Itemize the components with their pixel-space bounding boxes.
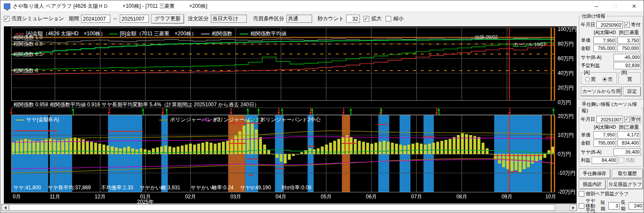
- exit-info-group: 手仕舞い情報 (カーソル情報) 年月日 寄付 [A]太陽HD [B]三菱重 単価…: [579, 101, 643, 167]
- settings-button[interactable]: 設定: [623, 86, 641, 96]
- entry-signal-arrow-icon: [277, 108, 280, 115]
- condition-value[interactable]: [286, 15, 312, 23]
- right-panel: 仕掛け情報 年月日 寄付 [A]太陽HD [B]三菱重 単価 金額 795,00…: [579, 13, 643, 213]
- month-tick-label: 0月: [13, 193, 21, 201]
- individual-pair-pl-checkbox[interactable]: [579, 191, 584, 197]
- zoom-out-label: 縮小: [393, 15, 404, 22]
- bottom-legend-item: サヤ(金額B-A): [15, 116, 59, 123]
- scroll-right-icon: [572, 206, 574, 210]
- order-type-value[interactable]: [211, 15, 247, 23]
- entry-open-checkbox[interactable]: [624, 22, 630, 28]
- scroll-left-icon: [4, 206, 6, 210]
- short-term-label: 短期: [601, 199, 607, 212]
- top-legend-item: 相関係数: [201, 30, 232, 37]
- simulation-checkbox[interactable]: [4, 16, 9, 22]
- saya-spread-chart[interactable]: [11, 115, 555, 192]
- exit-profit-label: 利益: [581, 157, 590, 164]
- month-tick-label: 12月: [95, 193, 106, 201]
- condition-label: 売買条件区分: [253, 15, 284, 22]
- bottom-legend-swatch-icon: [249, 120, 258, 120]
- minimize-button[interactable]: ─: [587, 0, 606, 12]
- entry-amount-a: 795,000: [593, 45, 616, 52]
- entry-amount-b: 750,000: [617, 45, 640, 52]
- month-tick-label: 02月: [185, 193, 196, 201]
- entry-info-group: 仕掛け情報 年月日 寄付 [A]太陽HD [B]三菱重 単価 金額 795,00…: [579, 13, 643, 99]
- exit-amount-a: 795,000: [593, 139, 616, 147]
- top-legend-swatch-icon: [240, 34, 248, 34]
- save-exit-button[interactable]: 手仕舞保存: [579, 169, 611, 179]
- month-tick-label: 09月: [501, 193, 512, 201]
- side-a-group: [A] 買 売: [581, 72, 617, 84]
- period-to-input[interactable]: [120, 15, 149, 23]
- long-term-label: 長期: [621, 199, 627, 212]
- bottom-chart-legend: サヤ(金額B-A)ボリンジャーバンド1ボリンジャーバンド2ボリンジャーバンド2中…: [11, 116, 555, 122]
- correlation-level-label: 相関係数 0.8: [13, 40, 43, 48]
- update-graph-button[interactable]: グラフ更新: [151, 14, 184, 24]
- bottom-y-axis-label: 20万円: [558, 113, 574, 120]
- pl-breakdown-button[interactable]: 損益内訳: [579, 179, 606, 189]
- app-window: さや取り達人 ペアグラフ [4626 太陽ＨＤ ×100株] - [7011 三…: [0, 0, 644, 213]
- exit-signal-arrow-icon: [72, 108, 75, 115]
- exit-info-title: 手仕舞い情報 (カーソル情報): [581, 101, 641, 114]
- cursor-date-annotation: カーソル:10/07: [513, 41, 546, 48]
- scroll-left-button[interactable]: [2, 204, 9, 211]
- top-y-axis-label: 80万円: [558, 40, 574, 48]
- long-term-input[interactable]: [629, 202, 643, 210]
- a-buy-radio[interactable]: [585, 77, 590, 82]
- bottom-legend-swatch-icon: [159, 120, 168, 120]
- saya-ma-checkbox[interactable]: [579, 203, 584, 209]
- entry-amount-label: 金額: [581, 45, 592, 52]
- year-label: 2025年: [137, 198, 154, 204]
- bottom-legend-label: ボリンジャーバンド2中心: [260, 116, 321, 123]
- exit-amount-b: 834,400: [617, 139, 640, 147]
- exit-signal-arrow-icon: [311, 108, 314, 115]
- trade-history-button[interactable]: 取引履歴: [612, 169, 644, 179]
- chart-area[interactable]: [A]金額（4626 太陽HD ×100株）[B]金額（7011 三菱重 ×20…: [4, 26, 577, 204]
- bottom-legend-item: ボリンジャーバンド2中心: [249, 116, 321, 123]
- entry-date-annotation: 仕掛-09/02: [475, 34, 498, 40]
- top-legend-label: 相関係数平均値: [250, 30, 286, 37]
- exit-date-label: 年月日: [581, 116, 595, 123]
- zoom-in-checkbox[interactable]: [364, 16, 369, 22]
- entry-unit-b-input[interactable]: [617, 37, 640, 44]
- a-sell-label: 売: [608, 76, 613, 83]
- price-correlation-chart[interactable]: [11, 28, 555, 101]
- top-y-axis-label: 60万円: [558, 55, 574, 62]
- a-sell-radio[interactable]: [602, 77, 607, 82]
- side-b-title: [B]: [620, 70, 628, 75]
- sec-count-value[interactable]: [346, 15, 360, 23]
- zoom-out-checkbox[interactable]: [386, 16, 391, 22]
- close-button[interactable]: ✕: [625, 0, 644, 12]
- entry-open-label: 寄付: [631, 22, 641, 28]
- exit-col-a: [A]太陽HD: [593, 124, 617, 130]
- scrollbar-thumb[interactable]: [9, 204, 555, 211]
- exit-saya-label: サヤ(B-A): [581, 149, 612, 155]
- horizontal-scrollbar[interactable]: [1, 204, 577, 211]
- month-tick-label: 07月: [411, 193, 422, 201]
- top-y-axis-label: 40万円: [558, 70, 574, 77]
- top-y-axis-label: 20万円: [558, 84, 574, 92]
- entry-col-a: [A]太陽HD: [593, 29, 617, 36]
- quote-from-cursor-button[interactable]: カーソルから引用: [581, 86, 622, 96]
- side-b-group: [B] 買: [618, 72, 641, 84]
- exit-date-input[interactable]: [596, 116, 623, 123]
- scroll-right-button[interactable]: [570, 204, 577, 211]
- top-legend-item: 相関係数平均値: [240, 30, 286, 37]
- exit-open-checkbox[interactable]: [624, 117, 630, 122]
- exit-signal-arrow-icon: [165, 108, 168, 115]
- minute-pl-graph-button[interactable]: 分足損益グラフ: [607, 179, 643, 189]
- zoom-in-label: 拡大: [371, 15, 382, 22]
- period-tilde: ～: [112, 15, 118, 22]
- exit-unit-a: 7,950: [593, 131, 616, 139]
- entry-unit-a-input[interactable]: [593, 37, 616, 44]
- b-side-value: 買: [620, 76, 639, 83]
- exit-signal-arrow-icon: [142, 108, 145, 115]
- individual-pair-pl-label: 個別ペア損益グラフ: [586, 191, 629, 197]
- period-from-input[interactable]: [81, 15, 110, 23]
- short-term-input[interactable]: [608, 202, 620, 210]
- entry-date-input[interactable]: [596, 21, 623, 28]
- exit-profit-value: 84,400: [592, 157, 617, 164]
- month-tick-label: 05月: [321, 193, 331, 201]
- entry-saya-label: サヤ(B-A): [581, 54, 612, 61]
- maximize-button: □: [606, 0, 625, 12]
